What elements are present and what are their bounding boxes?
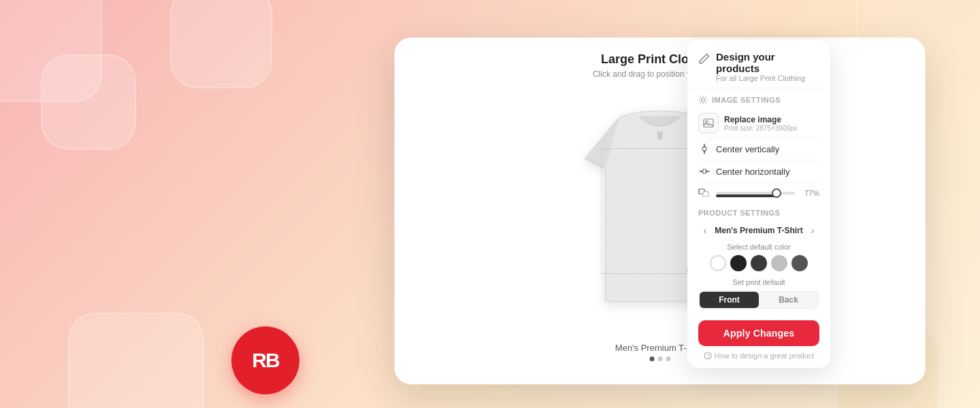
replace-image-icon	[698, 113, 719, 133]
center-horizontally-icon	[698, 165, 710, 177]
center-horizontally-row[interactable]: Center horizontally	[698, 160, 819, 183]
svg-point-1	[702, 99, 705, 102]
main-container: Large Print Clothing Click and drag to p…	[0, 0, 980, 408]
settings-header: Design your products For all Large Print…	[687, 51, 830, 88]
scale-image-row: 77%	[698, 183, 819, 203]
color-dark-gray[interactable]	[751, 255, 767, 271]
svg-text:?: ?	[706, 354, 709, 358]
print-front-btn[interactable]: Front	[700, 292, 759, 308]
edit-icon	[698, 52, 710, 65]
settings-gear-icon	[698, 95, 708, 105]
product-card: Large Print Clothing Click and drag to p…	[395, 37, 926, 384]
product-settings-label: Product settings	[698, 209, 819, 217]
horizontal-center-icon	[699, 166, 710, 177]
vertical-center-icon	[699, 143, 710, 154]
apply-changes-button[interactable]: Apply Changes	[698, 320, 819, 346]
color-light-gray[interactable]	[771, 255, 787, 271]
settings-title: Design your products	[716, 51, 819, 74]
center-vertically-row[interactable]: Center vertically	[698, 138, 819, 160]
print-back-btn[interactable]: Back	[759, 292, 818, 308]
image-settings-section: Image settings Replace image Print size:…	[687, 88, 830, 203]
color-label: Select default color	[698, 243, 819, 251]
color-black[interactable]	[730, 255, 747, 271]
carousel-dots	[649, 356, 670, 361]
svg-rect-0	[657, 131, 663, 139]
product-nav-next[interactable]: ›	[806, 224, 819, 237]
dot-1[interactable]	[649, 356, 654, 361]
center-vertically-text: Center vertically	[716, 144, 819, 154]
print-default-label: Set print default	[698, 278, 819, 286]
scale-image-icon	[698, 187, 709, 198]
settings-subtitle: For all Large Print Clothing	[716, 74, 819, 82]
replace-image-row[interactable]: Replace image Print size: 2875×3900px	[698, 109, 819, 138]
scale-value: 77%	[800, 189, 819, 197]
center-horizontally-text: Center horizontally	[716, 167, 819, 177]
color-white[interactable]	[710, 255, 726, 271]
dot-3[interactable]	[666, 356, 670, 361]
slider-thumb[interactable]	[772, 188, 781, 198]
settings-title-block: Design your products For all Large Print…	[716, 51, 819, 82]
slider-fill	[716, 194, 777, 197]
help-text: How to design a great product	[715, 352, 815, 360]
product-nav-title: Men's Premium T-Shirt	[712, 226, 806, 235]
svg-rect-9	[703, 192, 708, 197]
print-toggle: Front Back	[698, 290, 819, 309]
scale-slider[interactable]	[716, 192, 795, 194]
product-nav-prev[interactable]: ‹	[698, 224, 712, 237]
color-selector	[698, 255, 819, 271]
replace-text-block: Replace image Print size: 2875×3900px	[724, 115, 798, 132]
scale-icon	[698, 187, 710, 199]
image-settings-label: Image settings	[698, 95, 819, 105]
center-vertically-icon	[698, 143, 710, 155]
image-icon	[703, 118, 714, 129]
svg-line-10	[703, 189, 708, 192]
product-nav: ‹ Men's Premium T-Shirt ›	[698, 221, 819, 243]
settings-panel: Design your products For all Large Print…	[687, 40, 830, 368]
product-settings-section: Product settings ‹ Men's Premium T-Shirt…	[687, 203, 830, 309]
dot-2[interactable]	[657, 356, 662, 361]
help-icon: ?	[704, 352, 712, 360]
svg-point-3	[706, 121, 708, 123]
rb-big-logo-text: RB	[252, 349, 278, 372]
replace-image-sub: Print size: 2875×3900px	[724, 124, 798, 132]
svg-rect-2	[704, 119, 713, 127]
replace-image-title: Replace image	[724, 115, 798, 124]
rb-big-logo: RB	[231, 326, 299, 394]
help-row[interactable]: ? How to design a great product	[687, 352, 830, 360]
color-charcoal[interactable]	[791, 255, 808, 271]
